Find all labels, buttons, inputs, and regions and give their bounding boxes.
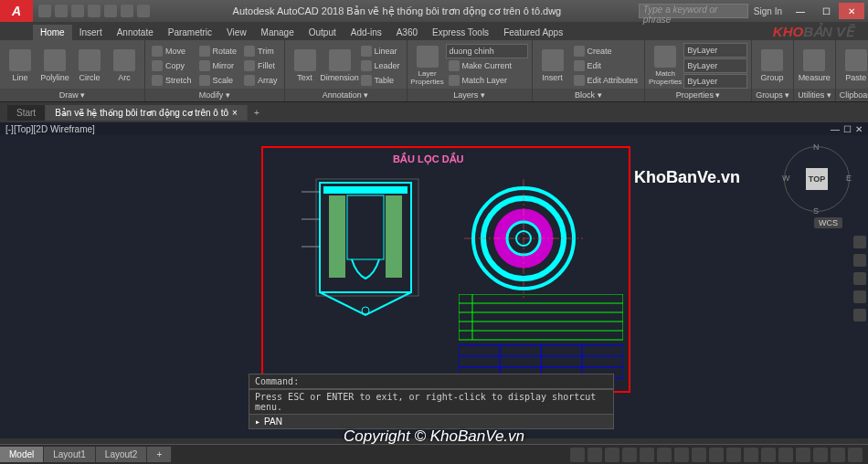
nav-zoom-icon[interactable]: [853, 272, 866, 285]
help-search-input[interactable]: Type a keyword or phrase: [639, 4, 748, 18]
viewcube-s[interactable]: S: [813, 206, 819, 216]
command-input[interactable]: ▸ PAN: [249, 415, 614, 429]
tab-addins[interactable]: Add-ins: [344, 25, 389, 40]
panel-title-draw[interactable]: Draw ▾: [0, 89, 144, 101]
clean-toggle-icon[interactable]: [831, 448, 845, 462]
measure-button[interactable]: Measure: [798, 44, 831, 88]
qat-save-icon[interactable]: [71, 5, 84, 17]
create-block-button[interactable]: Create: [571, 44, 641, 58]
leader-button[interactable]: Leader: [358, 58, 403, 72]
close-tab-icon[interactable]: ×: [232, 108, 238, 118]
layer-dropdown[interactable]: duong chinh: [446, 44, 528, 58]
qat-redo-icon[interactable]: [137, 5, 150, 17]
polyline-button[interactable]: Polyline: [38, 44, 71, 88]
layout2-tab[interactable]: Layout2: [96, 447, 148, 462]
match-properties-button[interactable]: Match Properties: [649, 44, 682, 88]
dimension-button[interactable]: Dimension: [323, 44, 356, 88]
viewcube-e[interactable]: E: [846, 174, 852, 183]
panel-title-groups[interactable]: Groups ▾: [752, 89, 793, 101]
minimize-button[interactable]: —: [788, 3, 813, 19]
custom-toggle-icon[interactable]: [848, 448, 863, 462]
panel-title-layers[interactable]: Layers ▾: [408, 89, 532, 101]
polar-toggle-icon[interactable]: [640, 448, 654, 462]
insert-block-button[interactable]: Insert: [536, 44, 569, 88]
otrack-toggle-icon[interactable]: [692, 448, 706, 462]
fillet-button[interactable]: Fillet: [241, 58, 281, 72]
group-button[interactable]: Group: [756, 44, 789, 88]
viewcube-top[interactable]: TOP: [806, 168, 828, 190]
nav-orbit-icon[interactable]: [853, 290, 866, 303]
circle-button[interactable]: Circle: [73, 44, 106, 88]
tab-express[interactable]: Express Tools: [425, 25, 496, 40]
linear-button[interactable]: Linear: [358, 44, 403, 58]
qat-undo-icon[interactable]: [121, 5, 133, 17]
dyn-toggle-icon[interactable]: [709, 448, 724, 462]
maximize-button[interactable]: ☐: [813, 3, 839, 19]
model-tab[interactable]: Model: [0, 447, 44, 462]
qp-toggle-icon[interactable]: [761, 448, 776, 462]
line-button[interactable]: Line: [4, 44, 37, 88]
viewcube[interactable]: TOP N S E W: [784, 146, 850, 212]
mirror-button[interactable]: Mirror: [196, 58, 240, 72]
ortho-toggle-icon[interactable]: [622, 448, 637, 462]
linetype-dropdown[interactable]: ByLayer: [683, 74, 747, 89]
edit-block-button[interactable]: Edit: [571, 58, 641, 72]
text-button[interactable]: Text: [289, 44, 322, 88]
panel-title-annotation[interactable]: Annotation ▾: [285, 89, 407, 101]
tpy-toggle-icon[interactable]: [744, 448, 758, 462]
tab-output[interactable]: Output: [302, 25, 344, 40]
tab-view[interactable]: View: [219, 25, 254, 40]
close-button[interactable]: ✕: [839, 3, 864, 19]
snap-toggle-icon[interactable]: [605, 448, 619, 462]
scale-button[interactable]: Scale: [196, 73, 240, 87]
new-tab-button[interactable]: +: [248, 108, 266, 118]
add-layout-button[interactable]: +: [147, 447, 172, 462]
anno-toggle-icon[interactable]: [796, 448, 810, 462]
array-button[interactable]: Array: [241, 73, 281, 87]
panel-title-properties[interactable]: Properties ▾: [645, 89, 751, 101]
match-layer-button[interactable]: Match Layer: [446, 74, 528, 88]
layout1-tab[interactable]: Layout1: [44, 447, 96, 462]
stretch-button[interactable]: Stretch: [149, 73, 195, 87]
app-logo[interactable]: A: [0, 0, 33, 22]
viewport-label[interactable]: [-][Top][2D Wireframe]: [5, 124, 95, 134]
3dosnap-toggle-icon[interactable]: [674, 448, 689, 462]
arc-button[interactable]: Arc: [108, 44, 141, 88]
tab-annotate[interactable]: Annotate: [110, 25, 161, 40]
wcs-badge[interactable]: WCS: [814, 217, 842, 228]
model-toggle-icon[interactable]: [570, 448, 585, 462]
panel-title-utilities[interactable]: Utilities ▾: [794, 89, 835, 101]
panel-title-modify[interactable]: Modify ▾: [145, 89, 284, 101]
lineweight-dropdown[interactable]: ByLayer: [683, 58, 747, 73]
trim-button[interactable]: Trim: [241, 44, 281, 58]
drawing-canvas[interactable]: BẦU LỌC DẦU KhoBanVe.vn: [0, 135, 868, 438]
ws-toggle-icon[interactable]: [813, 448, 828, 462]
start-tab[interactable]: Start: [7, 105, 46, 121]
move-button[interactable]: Move: [149, 44, 195, 58]
vp-min-icon[interactable]: —: [831, 124, 840, 134]
rotate-button[interactable]: Rotate: [196, 44, 240, 58]
qat-plot-icon[interactable]: [104, 5, 117, 17]
tab-a360[interactable]: A360: [389, 25, 425, 40]
paste-button[interactable]: Paste: [840, 44, 868, 88]
copy-button[interactable]: Copy: [149, 58, 195, 72]
qat-saveas-icon[interactable]: [88, 5, 101, 17]
tab-insert[interactable]: Insert: [72, 25, 110, 40]
drawing-tab[interactable]: Bản vẽ hệ thống bôi trơn động cơ trên ô …: [46, 105, 248, 121]
tab-parametric[interactable]: Parametric: [161, 25, 219, 40]
panel-title-block[interactable]: Block ▾: [533, 89, 645, 101]
edit-attributes-button[interactable]: Edit Attributes: [571, 73, 641, 87]
grid-toggle-icon[interactable]: [587, 448, 602, 462]
tab-featured[interactable]: Featured Apps: [496, 25, 570, 40]
nav-showmotion-icon[interactable]: [853, 309, 866, 322]
vp-max-icon[interactable]: ☐: [843, 124, 852, 134]
lwt-toggle-icon[interactable]: [726, 448, 741, 462]
nav-wheel-icon[interactable]: [853, 236, 866, 248]
viewcube-n[interactable]: N: [813, 142, 820, 152]
vp-close-icon[interactable]: ✕: [855, 124, 863, 134]
sc-toggle-icon[interactable]: [778, 448, 793, 462]
signin-label[interactable]: Sign In: [754, 6, 782, 16]
panel-title-clipboard[interactable]: Clipboard ▾: [836, 89, 868, 101]
tab-home[interactable]: Home: [33, 25, 72, 40]
osnap-toggle-icon[interactable]: [657, 448, 672, 462]
